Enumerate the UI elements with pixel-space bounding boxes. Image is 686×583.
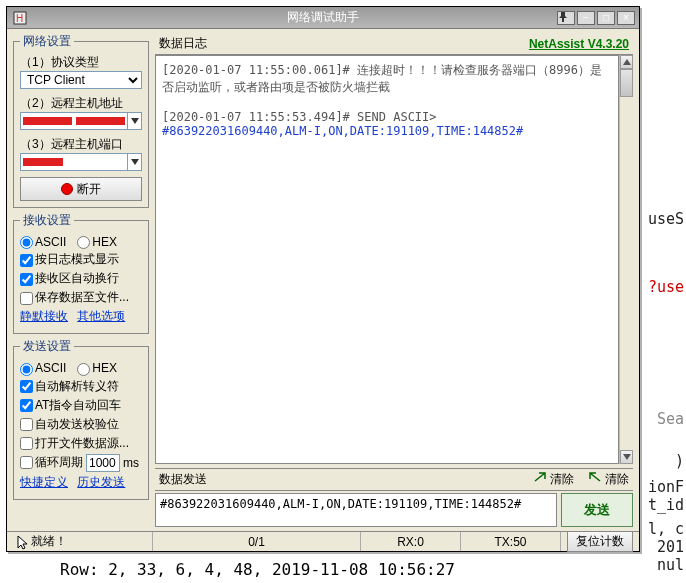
disconnect-label: 断开 bbox=[77, 181, 101, 198]
app-window: H 网络调试助手 − □ × 网络设置 （1）协议类型 TCP Client （… bbox=[6, 6, 640, 552]
scroll-down-icon[interactable] bbox=[620, 450, 633, 464]
bg-text: l, c bbox=[648, 520, 684, 538]
log-line: #863922031609440,ALM-I,ON,DATE:191109,TI… bbox=[162, 124, 612, 138]
clear-send-link[interactable]: 清除 bbox=[533, 472, 574, 486]
maximize-button[interactable]: □ bbox=[597, 11, 615, 25]
send-settings-group: 发送设置 ASCII HEX 自动解析转义符 AT指令自动回车 自动发送校验位 … bbox=[13, 338, 149, 499]
status-tx: TX:50 bbox=[461, 532, 561, 551]
send-input[interactable]: #863922031609440,ALM-I,ON,DATE:191109,TI… bbox=[155, 493, 557, 527]
scroll-up-icon[interactable] bbox=[620, 55, 633, 69]
recv-ascii-radio[interactable]: ASCII bbox=[20, 235, 66, 249]
protocol-label: （1）协议类型 bbox=[20, 54, 142, 71]
status-ready: 就绪！ bbox=[31, 533, 67, 550]
bg-text: Sea bbox=[657, 410, 684, 428]
quick-define-link[interactable]: 快捷定义 bbox=[20, 474, 68, 491]
bg-text: ?use bbox=[648, 278, 684, 296]
bg-text: ) bbox=[675, 452, 684, 470]
network-settings-group: 网络设置 （1）协议类型 TCP Client （2）远程主机地址 （3）远程主… bbox=[13, 33, 149, 208]
bg-text: useS bbox=[648, 210, 684, 228]
record-icon bbox=[61, 183, 73, 195]
port-input[interactable] bbox=[20, 153, 142, 171]
titlebar[interactable]: H 网络调试助手 − □ × bbox=[7, 7, 639, 29]
send-hex-radio[interactable]: HEX bbox=[77, 361, 117, 375]
log-line: [2020-01-07 11:55:53.494]# SEND ASCII> bbox=[162, 110, 612, 124]
bg-text: t_id bbox=[648, 496, 684, 514]
port-label: （3）远程主机端口 bbox=[20, 136, 142, 153]
loop-unit: ms bbox=[123, 456, 139, 470]
network-legend: 网络设置 bbox=[20, 33, 74, 50]
escape-check[interactable]: 自动解析转义符 bbox=[20, 378, 119, 395]
recv-settings-group: 接收设置 ASCII HEX 按日志模式显示 接收区自动换行 保存数据至文件..… bbox=[13, 212, 149, 334]
version-link[interactable]: NetAssist V4.3.20 bbox=[529, 37, 629, 51]
log-header: 数据日志 bbox=[159, 35, 207, 52]
loop-check[interactable]: 循环周期 bbox=[20, 454, 83, 471]
protocol-select[interactable]: TCP Client bbox=[20, 71, 142, 89]
scroll-thumb[interactable] bbox=[620, 69, 633, 97]
app-icon: H bbox=[13, 11, 27, 25]
disconnect-button[interactable]: 断开 bbox=[20, 177, 142, 201]
other-options-link[interactable]: 其他选项 bbox=[77, 308, 125, 325]
silent-recv-link[interactable]: 静默接收 bbox=[20, 308, 68, 325]
send-legend: 发送设置 bbox=[20, 338, 74, 355]
svg-text:H: H bbox=[16, 13, 23, 24]
save-file-check[interactable]: 保存数据至文件... bbox=[20, 289, 129, 306]
cursor-icon bbox=[15, 534, 31, 550]
bg-text: 201 bbox=[657, 538, 684, 556]
pin-button[interactable] bbox=[557, 11, 575, 25]
chevron-down-icon[interactable] bbox=[127, 154, 141, 170]
host-label: （2）远程主机地址 bbox=[20, 95, 142, 112]
bg-text: ionF bbox=[648, 478, 684, 496]
send-button[interactable]: 发送 bbox=[561, 493, 633, 527]
log-textarea[interactable]: [2020-01-07 11:55:00.061]# 连接超时！！！请检查服务器… bbox=[155, 55, 619, 464]
at-return-check[interactable]: AT指令自动回车 bbox=[20, 397, 121, 414]
bg-row-text: Row: 2, 33, 6, 4, 48, 2019-11-08 10:56:2… bbox=[60, 560, 455, 579]
bg-text: nul bbox=[657, 556, 684, 574]
scrollbar[interactable] bbox=[619, 55, 633, 464]
chevron-down-icon[interactable] bbox=[127, 113, 141, 129]
status-progress: 0/1 bbox=[153, 532, 361, 551]
recv-legend: 接收设置 bbox=[20, 212, 74, 229]
recv-hex-radio[interactable]: HEX bbox=[77, 235, 117, 249]
checksum-check[interactable]: 自动发送校验位 bbox=[20, 416, 119, 433]
status-rx: RX:0 bbox=[361, 532, 461, 551]
minimize-button[interactable]: − bbox=[577, 11, 595, 25]
log-line: [2020-01-07 11:55:00.061]# 连接超时！！！请检查服务器… bbox=[162, 62, 612, 96]
main-panel: 数据日志 NetAssist V4.3.20 [2020-01-07 11:55… bbox=[153, 29, 639, 531]
send-header: 数据发送 bbox=[159, 471, 207, 488]
host-input[interactable] bbox=[20, 112, 142, 130]
window-title: 网络调试助手 bbox=[287, 9, 359, 26]
open-file-check[interactable]: 打开文件数据源... bbox=[20, 435, 129, 452]
close-button[interactable]: × bbox=[617, 11, 635, 25]
log-mode-check[interactable]: 按日志模式显示 bbox=[20, 251, 119, 268]
statusbar: 就绪！ 0/1 RX:0 TX:50 复位计数 bbox=[7, 531, 639, 551]
autowrap-check[interactable]: 接收区自动换行 bbox=[20, 270, 119, 287]
reset-count-button[interactable]: 复位计数 bbox=[567, 531, 633, 552]
loop-period-input[interactable] bbox=[86, 454, 120, 472]
history-send-link[interactable]: 历史发送 bbox=[77, 474, 125, 491]
sidebar: 网络设置 （1）协议类型 TCP Client （2）远程主机地址 （3）远程主… bbox=[7, 29, 153, 531]
clear-log-link[interactable]: 清除 bbox=[588, 472, 629, 486]
send-ascii-radio[interactable]: ASCII bbox=[20, 361, 66, 375]
